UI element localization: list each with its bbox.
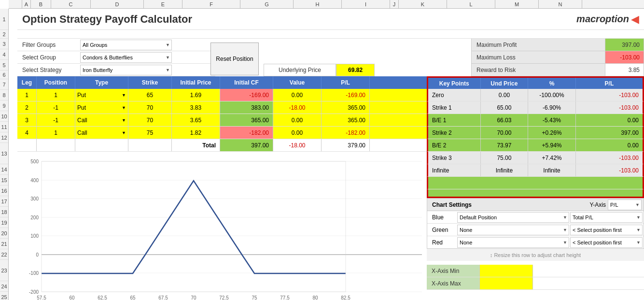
kp-strike2-pl: 397.00 — [576, 127, 643, 139]
row-num-13: 13 — [0, 143, 8, 164]
kp-row-be1: B/E 1 66.03 -5.43% 0.00 — [427, 114, 644, 127]
x-axis-max-value[interactable] — [480, 277, 533, 289]
td-type-1[interactable]: Put ▼ — [75, 89, 128, 101]
kp-zero-pct: -100.00% — [528, 89, 576, 101]
svg-text:82.5: 82.5 — [341, 295, 350, 300]
chart-settings-title: Chart Settings — [427, 201, 589, 208]
kp-th-keypoints: Key Points — [428, 78, 481, 89]
green-select-wrap[interactable]: None — [457, 225, 569, 235]
td-strike-2[interactable]: 70 — [128, 101, 172, 114]
y-axis-select[interactable]: P/L % P/L — [608, 200, 642, 210]
y-axis-select-wrap[interactable]: P/L % P/L — [608, 200, 642, 210]
blue-right-select[interactable]: Total P/L — [570, 212, 643, 223]
td-position-3[interactable]: -1 — [37, 114, 75, 126]
kp-th-pct: % — [528, 78, 576, 89]
col-header-e: E — [144, 0, 182, 8]
reset-position-label: Reset Position — [216, 55, 253, 63]
select-group-select[interactable]: Condors & Butterflies All Groups — [80, 52, 172, 63]
select-group-select-wrap[interactable]: Condors & Butterflies All Groups — [80, 52, 172, 63]
td-pl-2: 365.00 — [322, 101, 370, 114]
kp-row-be2: B/E 2 73.97 +5.94% 0.00 — [427, 139, 644, 152]
x-axis-min-row: X-Axis Min — [427, 265, 644, 277]
brand-icon: ◀ — [631, 13, 639, 26]
row-num-23: 23 — [0, 260, 8, 281]
svg-text:-200: -200 — [29, 289, 39, 295]
kp-row-infinite: Infinite Infinite Infinite -103.00 — [427, 164, 644, 177]
blue-select[interactable]: Default Position None — [457, 212, 569, 223]
col-header-i: I — [342, 0, 390, 8]
row-num-6: 6 — [0, 71, 8, 79]
kp-row-strike1: Strike 1 65.00 -6.90% -103.00 — [427, 101, 644, 114]
svg-text:0: 0 — [36, 252, 39, 257]
reward-risk-label: Reward to Risk — [471, 64, 605, 76]
type-dropdown-1[interactable]: ▼ — [122, 93, 126, 98]
kp-be1-pl: 0.00 — [576, 114, 643, 126]
td-type-3[interactable]: Call ▼ — [75, 114, 128, 126]
kp-strike3-pl: -103.00 — [576, 152, 643, 164]
type-dropdown-2[interactable]: ▼ — [122, 105, 126, 110]
td-strike-3[interactable]: 70 — [128, 114, 172, 126]
svg-text:57.5: 57.5 — [37, 295, 46, 300]
col-header-a: A — [22, 0, 31, 8]
col-header-h: H — [294, 0, 342, 8]
svg-text:62.5: 62.5 — [98, 295, 107, 300]
kp-zero-price: 0.00 — [481, 89, 529, 101]
green-right-select-wrap[interactable]: < Select position first — [570, 225, 643, 235]
kp-strike2-price: 70.00 — [481, 127, 529, 139]
th-initial-price: Initial Price — [172, 76, 220, 89]
table-row-4: 4 1 Call ▼ 75 1.82 -182.00 0.00 -182.00 — [17, 127, 427, 139]
td-position-2[interactable]: -1 — [37, 101, 75, 114]
payoff-line — [42, 181, 346, 273]
max-profit-row: Maximum Profit 397.00 — [471, 39, 644, 51]
td-type-4[interactable]: Call ▼ — [75, 127, 128, 139]
payoff-chart: 500 400 300 200 100 0 -100 -200 — [17, 152, 427, 300]
max-loss-value: -103.00 — [605, 51, 644, 63]
select-strategy-select[interactable]: Iron Butterfly Iron Condor — [80, 65, 172, 75]
green-select[interactable]: None — [457, 225, 569, 235]
red-select-wrap[interactable]: None — [457, 237, 569, 248]
reward-risk-value: 3.85 — [605, 64, 644, 76]
select-strategy-select-wrap[interactable]: Iron Butterfly Iron Condor — [80, 65, 172, 75]
kp-row-empty2 — [427, 189, 644, 198]
kp-strike1-price: 65.00 — [481, 101, 529, 114]
reset-position-button[interactable]: Reset Position — [210, 43, 259, 75]
td-initial-cf-1: -169.00 — [220, 89, 273, 101]
blue-select-wrap[interactable]: Default Position None — [457, 212, 569, 223]
td-initial-price-1: 1.69 — [172, 89, 220, 101]
blue-right-select-wrap[interactable]: Total P/L — [570, 212, 643, 223]
row-num-7: 7 — [0, 79, 8, 90]
chart-area: 500 400 300 200 100 0 -100 -200 — [17, 152, 427, 300]
kp-infinite-price: Infinite — [481, 164, 529, 176]
td-pl-3: 365.00 — [322, 114, 370, 126]
red-select[interactable]: None — [457, 237, 569, 248]
row-num-12: 12 — [0, 132, 8, 143]
td-strike-1[interactable]: 65 — [128, 89, 172, 101]
kp-strike3-price: 75.00 — [481, 152, 529, 164]
kp-infinite-label: Infinite — [428, 164, 481, 176]
td-pl-4: -182.00 — [322, 127, 370, 139]
td-initial-price-3: 3.65 — [172, 114, 220, 126]
red-right-select[interactable]: < Select position first — [570, 237, 643, 248]
svg-text:65: 65 — [130, 295, 136, 300]
kp-th-undprice: Und Price — [481, 78, 529, 89]
kp-be2-pct: +5.94% — [528, 139, 576, 151]
row-num-16: 16 — [0, 186, 8, 196]
td-position-1[interactable]: 1 — [37, 89, 75, 101]
td-position-4[interactable]: 1 — [37, 127, 75, 139]
filter-groups-select[interactable]: All Groups Calls Puts Spreads Condors & … — [80, 40, 172, 50]
type-dropdown-3[interactable]: ▼ — [122, 118, 126, 123]
green-right-select[interactable]: < Select position first — [570, 225, 643, 235]
chart-y-axis: 500 400 300 200 100 0 -100 -200 — [29, 159, 422, 295]
red-right-select-wrap[interactable]: < Select position first — [570, 237, 643, 248]
td-type-2[interactable]: Put ▼ — [75, 101, 128, 114]
td-strike-4[interactable]: 75 — [128, 127, 172, 139]
spreadsheet: A B C D E F G H I J K L M N 1 2 3 4 5 6 … — [0, 0, 644, 300]
x-axis-min-value[interactable] — [480, 265, 533, 277]
underlying-price-area: Underlying Price 69.82 — [264, 64, 375, 76]
underlying-price-value[interactable]: 69.82 — [336, 64, 375, 76]
filter-groups-select-wrap[interactable]: All Groups Calls Puts Spreads Condors & … — [80, 40, 172, 50]
svg-text:75: 75 — [252, 295, 257, 300]
type-dropdown-4[interactable]: ▼ — [122, 130, 126, 135]
col-header-c: C — [51, 0, 91, 8]
svg-text:67.5: 67.5 — [158, 295, 168, 300]
